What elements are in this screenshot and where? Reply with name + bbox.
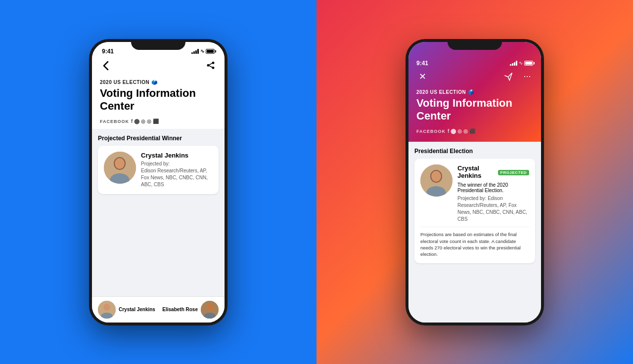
wifi-icon-right: ∿ xyxy=(519,60,523,66)
wifi-icon-left: ∿ xyxy=(200,48,204,54)
left-page-header: 2020 US ELECTION 🗳️ Voting Information C… xyxy=(92,76,225,129)
facebook-brand-right: FACEBOOK f⬤◎◎⬛ xyxy=(416,128,533,134)
winner-avatar-left xyxy=(104,152,136,184)
svg-point-3 xyxy=(115,158,125,169)
time-right: 9:41 xyxy=(416,60,428,67)
more-button[interactable]: ··· xyxy=(521,71,533,82)
election-emoji-left: 🗳️ xyxy=(151,80,158,85)
candidate2-avatar-small xyxy=(201,301,219,319)
svg-point-13 xyxy=(431,171,441,182)
right-phone-screen: 9:41 ∿ xyxy=(408,42,541,323)
winner-description: The winner of the 2020 Presidential Elec… xyxy=(457,182,529,193)
nav-bar-left xyxy=(92,58,225,76)
phone-notch-right xyxy=(448,39,502,50)
candidate2-name: Elisabeth Rose xyxy=(162,307,198,312)
right-section: 9:41 ∿ xyxy=(316,0,633,364)
left-phone-screen: 9:41 ∿ xyxy=(92,42,225,323)
election-emoji-right: 🗳️ xyxy=(468,89,474,95)
candidate1-name: Crystal Jenkins xyxy=(119,307,155,312)
send-button[interactable] xyxy=(502,71,514,82)
battery-icon-left xyxy=(206,49,215,54)
battery-fill-left xyxy=(207,50,214,53)
section-title-left: Projected Presidential Winner xyxy=(98,135,219,142)
winner-info-left: Crystal Jenkins Projected by: Edison Res… xyxy=(141,152,213,188)
time-left: 9:41 xyxy=(102,48,114,55)
facebook-brand-left: FACEBOOK f⬤◎◎⬛ xyxy=(100,119,217,124)
left-section: 9:41 ∿ xyxy=(0,0,316,364)
right-phone: 9:41 ∿ xyxy=(406,39,544,325)
right-winner-avatar xyxy=(420,164,452,197)
election-label-right: 2020 US ELECTION 🗳️ xyxy=(416,89,533,95)
right-nav-actions: ··· xyxy=(502,71,533,82)
right-content: Presidential Election xyxy=(408,142,541,322)
status-icons-left: ∿ xyxy=(191,48,215,54)
phone-notch-left xyxy=(131,39,185,50)
right-winner-name: Crystal Jenkins xyxy=(457,164,494,179)
signal-icon-left xyxy=(191,49,199,54)
projected-by-left: Projected by: Edison Research/Reuters, A… xyxy=(141,161,213,188)
candidate1-avatar-small xyxy=(98,301,116,319)
right-winner-card: Crystal Jenkins PROJECTED The winner of … xyxy=(414,159,535,263)
status-bar-right: 9:41 ∿ xyxy=(416,60,533,67)
left-content: Projected Presidential Winner Crystal xyxy=(92,129,225,296)
candidate1-item: Crystal Jenkins xyxy=(98,301,155,319)
section-title-right: Presidential Election xyxy=(414,148,535,155)
brand-icons-left: f⬤◎◎⬛ xyxy=(131,119,159,124)
right-gradient-header: 9:41 ∿ xyxy=(408,42,541,142)
election-description: Projections are based on estimates of th… xyxy=(420,231,529,257)
page-title-left: Voting Information Center xyxy=(100,87,217,113)
signal-icon-right xyxy=(510,61,517,66)
candidates-bar-left: Crystal Jenkins Elisabeth Rose xyxy=(92,296,225,323)
candidate2-item: Elisabeth Rose xyxy=(162,301,219,319)
share-button[interactable] xyxy=(205,60,217,72)
nav-bar-right: ✕ ··· xyxy=(416,71,533,82)
projected-tag: PROJECTED xyxy=(498,170,529,175)
svg-point-8 xyxy=(206,304,213,311)
page-title-right: Voting Information Center xyxy=(416,97,533,123)
projected-section: Projected Presidential Winner Crystal xyxy=(98,135,219,194)
back-button[interactable] xyxy=(100,60,112,72)
left-phone: 9:41 ∿ xyxy=(89,39,227,325)
winner-card-left: Crystal Jenkins Projected by: Edison Res… xyxy=(98,146,219,194)
winner-name-row: Crystal Jenkins PROJECTED xyxy=(457,164,529,181)
election-label-left: 2020 US ELECTION 🗳️ xyxy=(100,80,217,85)
close-button[interactable]: ✕ xyxy=(416,71,428,82)
right-winner-info: Crystal Jenkins PROJECTED The winner of … xyxy=(457,164,529,223)
right-projected-by: Projected by: Edison Research/Reuters, A… xyxy=(457,195,529,223)
svg-point-5 xyxy=(103,304,110,311)
battery-fill-right xyxy=(525,62,532,65)
right-winner-row: Crystal Jenkins PROJECTED The winner of … xyxy=(420,164,529,227)
winner-name-left: Crystal Jenkins xyxy=(141,152,213,159)
battery-icon-right xyxy=(524,61,533,66)
brand-icons-right: f⬤◎◎⬛ xyxy=(448,128,476,134)
status-icons-right: ∿ xyxy=(510,60,533,66)
